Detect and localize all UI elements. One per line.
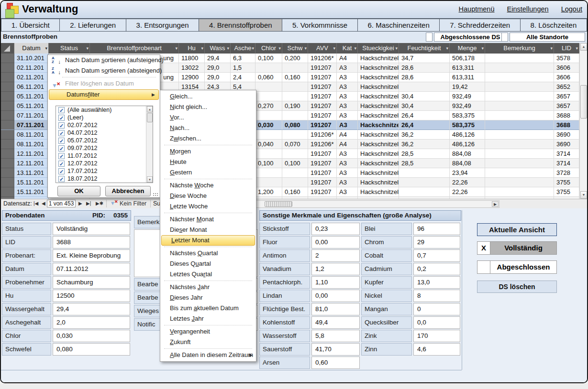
row-selector[interactable] [1,130,14,140]
cell-stueck[interactable]: Hackschnitzel [358,73,399,82]
cell-bemerkung[interactable] [485,82,554,92]
cell-chlor[interactable]: 0,040 [255,140,282,149]
checkbox-icon[interactable]: ✓ [58,130,65,136]
datefilter-item-17[interactable]: Nächstes Jahr [160,282,256,292]
cell-bemerkung[interactable] [485,63,554,73]
cell-asche[interactable]: 6,3 [231,54,255,63]
cell-bemerkung[interactable] [485,120,554,130]
checkbox-icon[interactable]: ✓ [58,138,65,144]
cell-menge[interactable]: 932,49 [450,101,485,111]
field-value[interactable]: 3688 [53,236,130,249]
field-value[interactable]: 12500 [53,290,130,302]
scroll-right-icon[interactable]: ▶ [492,201,499,207]
cell-chlor[interactable]: 0,270 [255,101,282,111]
cell-lid[interactable]: 3657 [554,101,579,111]
cell-stueck[interactable]: Hackschnitzel [358,82,399,92]
field-value[interactable]: Ext. Kleine Beprobung [53,249,130,262]
cell-datum[interactable]: 08.11.201 [14,130,49,140]
cell-feucht[interactable]: 28,6 [399,63,450,73]
cell-schw[interactable] [282,168,308,178]
tab-4[interactable]: 4. Brennstoffproben [199,19,282,32]
datefilter-item-3[interactable]: Nach... [160,123,256,133]
cell-avv[interactable]: 191207 [308,187,337,197]
field-value[interactable]: 0,080 [53,343,130,356]
analysis-value[interactable]: 13,0 [413,276,460,289]
tab-3[interactable]: 3. Entsorgungen [126,19,200,32]
datefilter-item-22[interactable]: Zukunft [160,337,256,347]
cell-avv[interactable]: 191207 [308,92,337,101]
cell-feucht[interactable] [399,187,450,197]
cell-kat[interactable]: A4 [337,54,358,63]
cell-avv[interactable]: 191207 [308,82,337,92]
cell-menge[interactable]: 22,26 [450,178,485,187]
cell-avv[interactable]: 191207 [308,111,337,120]
filter-value-item[interactable]: ✓12.07.2012 [56,160,153,167]
datefilter-item-18[interactable]: Dieses Jahr [160,292,256,303]
datefilter-item-11[interactable]: Nächster Monat [160,214,256,225]
menu-item-1[interactable]: ZA↓Nach Datum sortieren (absteigend) [48,65,160,76]
abgeschlossen-label[interactable]: Abgeschlossen [490,260,557,274]
cell-schw[interactable]: 0,070 [282,140,308,149]
cell-datum[interactable]: 12.11.201 [14,149,49,159]
analysis-value[interactable]: 0,60 [311,357,360,369]
tab-7[interactable]: 7. Schredderzeiten [440,19,520,32]
cell-schw[interactable] [282,178,308,187]
filter-dropdown-icon[interactable]: ▾ [354,43,356,54]
cell-chlor[interactable] [255,130,282,140]
cell-bemerkung[interactable] [485,168,554,178]
datefilter-item-10[interactable]: Letzte Woche [160,201,256,212]
cell-kat[interactable]: A3 [337,149,358,159]
cell-chlor[interactable] [255,82,282,92]
cell-avv[interactable]: 191207 [308,63,337,73]
analysis-value[interactable]: 1,2 [311,263,360,275]
analysis-value[interactable]: 4,6 [413,343,460,356]
filter-dropdown-icon[interactable]: ▾ [45,43,47,54]
cell-hu[interactable]: 12900 [179,73,205,82]
cell-chlor[interactable] [255,149,282,159]
column-header-lid[interactable]: LID▾ [554,43,579,54]
abbrechen-button[interactable]: Abbrechen [105,186,151,196]
cell-chlor[interactable] [255,63,282,73]
cell-asche[interactable]: 2,4 [231,73,255,82]
cell-chlor[interactable]: 0,100 [255,159,282,168]
cell-bemerkung[interactable] [485,130,554,140]
analysis-value[interactable]: 2 [311,249,360,262]
checkbox-icon[interactable]: ✓ [58,168,65,174]
column-header-kat[interactable]: Kat▾ [337,43,358,54]
filter-state[interactable]: Kein Filter [120,200,146,207]
cell-datum[interactable]: 15.11.201 [14,178,49,187]
menu-item-0[interactable]: AZ↓Nach Datum sortieren (aufsteigend) [48,55,160,65]
field-value[interactable]: Schaumburg [53,276,130,289]
cell-kat[interactable]: A3 [337,168,358,178]
cell-feucht[interactable]: 30,4 [399,101,450,111]
field-value[interactable]: 07.11.2012 [53,263,130,275]
row-selector[interactable] [1,187,14,197]
analysis-value[interactable]: 8 [413,290,460,302]
cell-datum[interactable]: 13.11.201 [14,168,49,178]
cell-feucht[interactable]: 26,4 [399,120,450,130]
cell-stueck[interactable]: Hackschnitzel [358,130,399,140]
field-value[interactable]: 2,0 [53,316,130,329]
datefilter-item-13[interactable]: Letzter Monat [161,235,255,246]
filter-value-item[interactable]: ✓18.07.2012 [56,175,153,183]
cell-feucht[interactable]: 26,4 [399,111,450,120]
filter-dropdown-icon[interactable]: ▾ [278,43,281,54]
last-record-icon[interactable]: ▶| [86,201,91,206]
tab-2[interactable]: 2. Lieferungen [60,19,126,32]
cell-schw[interactable]: 0,080 [282,120,308,130]
filter-value-item[interactable]: ✓11.07.2012 [56,152,153,160]
vertical-scrollbar[interactable]: ▲ ▼ [579,43,587,199]
cell-menge[interactable]: 506,178 [450,54,485,63]
cell-menge[interactable]: 884,08 [450,149,485,159]
aktuelle-ansicht-button[interactable]: Aktuelle Ansicht [477,223,557,236]
datefilter-item-16[interactable]: Letztes Quartal [160,269,256,280]
cell-schw[interactable]: 0,200 [282,54,308,63]
datefilter-item-14[interactable]: Nächstes Quartal [160,248,256,259]
record-position[interactable]: 1 von 453 [47,200,76,207]
cell-menge[interactable]: 884,08 [450,159,485,168]
cell-feucht[interactable]: 36,2 [399,130,450,140]
cell-stueck[interactable]: Hackschnitzel [358,140,399,149]
cell-chlor[interactable]: 1,200 [255,187,282,197]
analysis-value[interactable]: 1,10 [311,276,360,289]
cell-kat[interactable]: A4 [337,130,358,140]
